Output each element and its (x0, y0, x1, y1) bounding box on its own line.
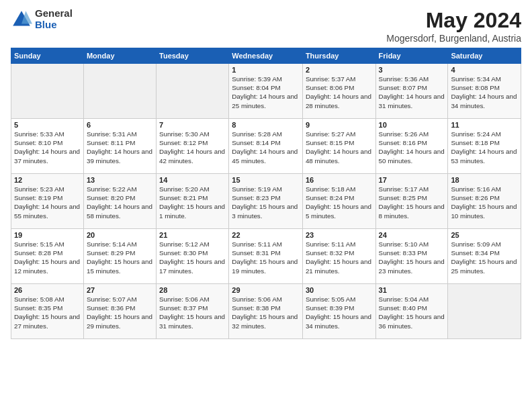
day-number: 15 (232, 176, 300, 184)
day-number: 1 (232, 66, 300, 74)
logo-blue: Blue (35, 19, 73, 31)
day-info: Sunrise: 5:05 AMSunset: 8:39 PMDaylight:… (306, 295, 373, 330)
day-number: 28 (159, 286, 226, 294)
day-info: Sunrise: 5:30 AMSunset: 8:12 PMDaylight:… (159, 130, 226, 165)
day-number: 13 (87, 176, 153, 184)
day-info: Sunrise: 5:12 AMSunset: 8:30 PMDaylight:… (159, 240, 226, 275)
day-info: Sunrise: 5:31 AMSunset: 8:11 PMDaylight:… (87, 130, 153, 165)
day-number: 14 (159, 176, 226, 184)
calendar-cell-w4-d3: 29 Sunrise: 5:06 AMSunset: 8:38 PMDaylig… (229, 284, 303, 339)
calendar-cell-w3-d0: 19 Sunrise: 5:15 AMSunset: 8:28 PMDaylig… (11, 229, 84, 284)
calendar-cell-w2-d1: 13 Sunrise: 5:22 AMSunset: 8:20 PMDaylig… (83, 174, 156, 229)
day-info: Sunrise: 5:22 AMSunset: 8:20 PMDaylight:… (87, 185, 153, 220)
day-info: Sunrise: 5:10 AMSunset: 8:33 PMDaylight:… (379, 240, 445, 275)
day-number: 19 (14, 231, 81, 239)
day-info: Sunrise: 5:39 AMSunset: 8:04 PMDaylight:… (232, 75, 300, 110)
subtitle: Mogersdorf, Burgenland, Austria (386, 33, 521, 44)
calendar-cell-w1-d2: 7 Sunrise: 5:30 AMSunset: 8:12 PMDayligh… (157, 119, 229, 174)
day-number: 9 (306, 121, 373, 129)
day-number: 25 (451, 231, 518, 239)
day-number: 30 (306, 286, 373, 294)
calendar-cell-w3-d5: 24 Sunrise: 5:10 AMSunset: 8:33 PMDaylig… (375, 229, 448, 284)
calendar-cell-w4-d6 (448, 284, 521, 339)
day-number: 22 (232, 231, 300, 239)
day-info: Sunrise: 5:23 AMSunset: 8:19 PMDaylight:… (14, 185, 81, 220)
day-number: 27 (87, 286, 153, 294)
day-number: 7 (159, 121, 226, 129)
calendar-cell-w0-d2 (157, 64, 229, 119)
calendar-cell-w0-d0 (11, 64, 84, 119)
calendar: Sunday Monday Tuesday Wednesday Thursday… (11, 48, 521, 339)
calendar-cell-w2-d4: 16 Sunrise: 5:18 AMSunset: 8:24 PMDaylig… (302, 174, 375, 229)
calendar-cell-w0-d1 (83, 64, 156, 119)
day-info: Sunrise: 5:16 AMSunset: 8:26 PMDaylight:… (451, 185, 518, 220)
day-info: Sunrise: 5:11 AMSunset: 8:32 PMDaylight:… (306, 240, 373, 275)
calendar-cell-w4-d2: 28 Sunrise: 5:06 AMSunset: 8:37 PMDaylig… (157, 284, 229, 339)
calendar-cell-w3-d2: 21 Sunrise: 5:12 AMSunset: 8:30 PMDaylig… (157, 229, 229, 284)
day-info: Sunrise: 5:20 AMSunset: 8:21 PMDaylight:… (159, 185, 226, 220)
day-number: 24 (379, 231, 445, 239)
page: General Blue May 2024 Mogersdorf, Burgen… (0, 0, 532, 411)
header-wednesday: Wednesday (229, 48, 303, 64)
header-friday: Friday (375, 48, 448, 64)
header-sunday: Sunday (11, 48, 84, 64)
calendar-cell-w2-d6: 18 Sunrise: 5:16 AMSunset: 8:26 PMDaylig… (448, 174, 521, 229)
calendar-cell-w4-d5: 31 Sunrise: 5:04 AMSunset: 8:40 PMDaylig… (375, 284, 448, 339)
calendar-cell-w0-d4: 2 Sunrise: 5:37 AMSunset: 8:06 PMDayligh… (302, 64, 375, 119)
calendar-cell-w1-d1: 6 Sunrise: 5:31 AMSunset: 8:11 PMDayligh… (83, 119, 156, 174)
day-info: Sunrise: 5:04 AMSunset: 8:40 PMDaylight:… (379, 295, 445, 330)
day-info: Sunrise: 5:24 AMSunset: 8:18 PMDaylight:… (451, 130, 518, 165)
calendar-cell-w0-d5: 3 Sunrise: 5:36 AMSunset: 8:07 PMDayligh… (375, 64, 448, 119)
week-row-4: 26 Sunrise: 5:08 AMSunset: 8:35 PMDaylig… (11, 284, 521, 339)
day-number: 23 (306, 231, 373, 239)
day-info: Sunrise: 5:34 AMSunset: 8:08 PMDaylight:… (451, 75, 518, 110)
header-thursday: Thursday (302, 48, 375, 64)
day-number: 20 (87, 231, 153, 239)
week-row-3: 19 Sunrise: 5:15 AMSunset: 8:28 PMDaylig… (11, 229, 521, 284)
day-number: 31 (379, 286, 445, 294)
day-number: 4 (451, 66, 518, 74)
day-info: Sunrise: 5:17 AMSunset: 8:25 PMDaylight:… (379, 185, 445, 220)
day-info: Sunrise: 5:15 AMSunset: 8:28 PMDaylight:… (14, 240, 81, 275)
calendar-cell-w3-d6: 25 Sunrise: 5:09 AMSunset: 8:34 PMDaylig… (448, 229, 521, 284)
logo-text: General Blue (35, 8, 73, 30)
day-number: 6 (87, 121, 153, 129)
calendar-cell-w1-d4: 9 Sunrise: 5:27 AMSunset: 8:15 PMDayligh… (302, 119, 375, 174)
day-info: Sunrise: 5:14 AMSunset: 8:29 PMDaylight:… (87, 240, 153, 275)
calendar-cell-w1-d6: 11 Sunrise: 5:24 AMSunset: 8:18 PMDaylig… (448, 119, 521, 174)
header-saturday: Saturday (448, 48, 521, 64)
week-row-1: 5 Sunrise: 5:33 AMSunset: 8:10 PMDayligh… (11, 119, 521, 174)
day-info: Sunrise: 5:07 AMSunset: 8:36 PMDaylight:… (87, 295, 153, 330)
day-number: 3 (379, 66, 445, 74)
calendar-cell-w2-d0: 12 Sunrise: 5:23 AMSunset: 8:19 PMDaylig… (11, 174, 84, 229)
logo-icon (11, 9, 32, 30)
calendar-cell-w2-d5: 17 Sunrise: 5:17 AMSunset: 8:25 PMDaylig… (375, 174, 448, 229)
day-info: Sunrise: 5:33 AMSunset: 8:10 PMDaylight:… (14, 130, 81, 165)
day-number: 21 (159, 231, 226, 239)
day-info: Sunrise: 5:27 AMSunset: 8:15 PMDaylight:… (306, 130, 373, 165)
day-info: Sunrise: 5:11 AMSunset: 8:31 PMDaylight:… (232, 240, 300, 275)
calendar-cell-w1-d0: 5 Sunrise: 5:33 AMSunset: 8:10 PMDayligh… (11, 119, 84, 174)
logo-general: General (35, 8, 73, 19)
day-info: Sunrise: 5:08 AMSunset: 8:35 PMDaylight:… (14, 295, 81, 330)
calendar-cell-w1-d3: 8 Sunrise: 5:28 AMSunset: 8:14 PMDayligh… (229, 119, 303, 174)
day-number: 17 (379, 176, 445, 184)
calendar-header-row: Sunday Monday Tuesday Wednesday Thursday… (11, 48, 521, 64)
calendar-cell-w4-d1: 27 Sunrise: 5:07 AMSunset: 8:36 PMDaylig… (83, 284, 156, 339)
day-info: Sunrise: 5:37 AMSunset: 8:06 PMDaylight:… (306, 75, 373, 110)
calendar-cell-w4-d0: 26 Sunrise: 5:08 AMSunset: 8:35 PMDaylig… (11, 284, 84, 339)
day-number: 2 (306, 66, 373, 74)
day-info: Sunrise: 5:19 AMSunset: 8:23 PMDaylight:… (232, 185, 300, 220)
week-row-2: 12 Sunrise: 5:23 AMSunset: 8:19 PMDaylig… (11, 174, 521, 229)
header-tuesday: Tuesday (157, 48, 229, 64)
day-number: 18 (451, 176, 518, 184)
calendar-cell-w2-d3: 15 Sunrise: 5:19 AMSunset: 8:23 PMDaylig… (229, 174, 303, 229)
calendar-cell-w0-d6: 4 Sunrise: 5:34 AMSunset: 8:08 PMDayligh… (448, 64, 521, 119)
calendar-cell-w1-d5: 10 Sunrise: 5:26 AMSunset: 8:16 PMDaylig… (375, 119, 448, 174)
day-info: Sunrise: 5:18 AMSunset: 8:24 PMDaylight:… (306, 185, 373, 220)
calendar-cell-w2-d2: 14 Sunrise: 5:20 AMSunset: 8:21 PMDaylig… (157, 174, 229, 229)
day-number: 16 (306, 176, 373, 184)
day-number: 12 (14, 176, 81, 184)
day-info: Sunrise: 5:28 AMSunset: 8:14 PMDaylight:… (232, 130, 300, 165)
day-info: Sunrise: 5:36 AMSunset: 8:07 PMDaylight:… (379, 75, 445, 110)
